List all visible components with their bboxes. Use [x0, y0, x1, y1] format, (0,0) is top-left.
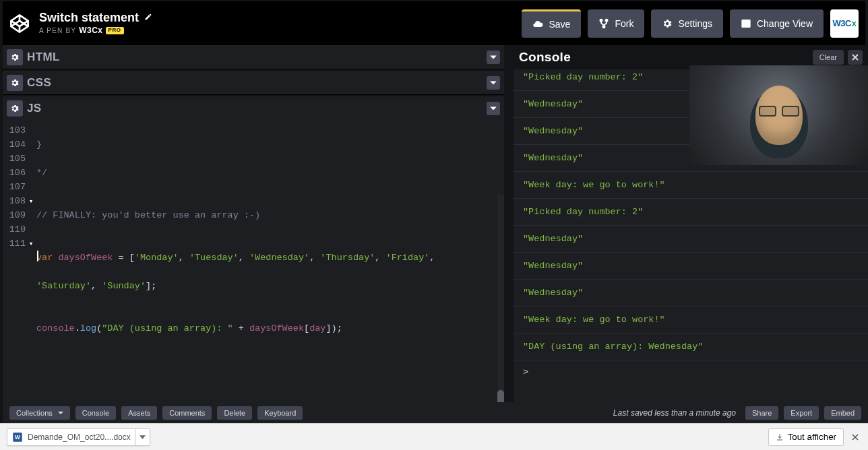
close-icon — [852, 434, 859, 441]
export-button[interactable]: Export — [784, 406, 819, 420]
toggle-console-button[interactable]: Console — [75, 406, 116, 420]
console-line: "Picked day number: 2" — [514, 199, 868, 226]
change-view-button[interactable]: Change View — [730, 9, 824, 38]
console-input[interactable] — [514, 360, 868, 384]
console-line: "Wednesday" — [514, 280, 868, 307]
svg-marker-11 — [490, 81, 497, 84]
webcam-overlay — [689, 65, 868, 165]
css-pane: CSS — [3, 71, 504, 95]
editor-column: HTML CSS JS — [3, 45, 504, 402]
editor-scrollbar[interactable] — [497, 195, 504, 402]
js-pane-title: JS — [27, 102, 42, 115]
js-pane: JS 103 104 105 106 107 108 109 110 111 ▾… — [3, 96, 504, 402]
browser-download-bar: W Demande_OM_oct20....docx Tout afficher — [0, 423, 868, 450]
close-console-button[interactable] — [848, 50, 863, 65]
cloud-icon — [532, 19, 543, 30]
css-settings-icon[interactable] — [7, 75, 23, 91]
codepen-logo-icon — [9, 13, 30, 34]
word-doc-icon: W — [11, 431, 24, 443]
fork-icon — [598, 18, 609, 29]
svg-marker-15 — [140, 435, 146, 439]
svg-text:W: W — [15, 435, 20, 441]
show-all-downloads-button[interactable]: Tout afficher — [768, 428, 844, 446]
svg-rect-6 — [742, 20, 750, 27]
close-icon — [852, 54, 859, 61]
download-filename: Demande_OM_oct20....docx — [28, 432, 131, 442]
html-settings-icon[interactable] — [7, 49, 23, 65]
fork-button[interactable]: Fork — [588, 9, 644, 38]
code-content: } */ // FINALLY: you'd better use an arr… — [31, 123, 504, 402]
js-collapse-icon[interactable] — [487, 102, 500, 115]
pen-author: A PEN BY W3Cx PRO — [39, 26, 152, 35]
layout-icon — [741, 18, 751, 29]
download-icon — [776, 433, 784, 441]
save-status: Last saved less than a minute ago — [613, 408, 736, 418]
console-line: "Week day: we go to work!" — [514, 172, 868, 199]
console-line: "Wednesday" — [514, 226, 868, 253]
share-button[interactable]: Share — [745, 406, 778, 420]
console-title: Console — [519, 50, 571, 65]
console-line: "Wednesday" — [514, 253, 868, 280]
pro-badge: PRO — [106, 27, 124, 34]
settings-button[interactable]: Settings — [651, 9, 723, 38]
js-editor[interactable]: 103 104 105 106 107 108 109 110 111 ▾ ▾ … — [3, 121, 504, 402]
css-pane-title: CSS — [27, 76, 51, 90]
user-avatar[interactable]: W3Cx — [830, 9, 859, 38]
svg-point-3 — [600, 19, 602, 21]
download-chip[interactable]: W Demande_OM_oct20....docx — [7, 428, 150, 446]
svg-point-5 — [603, 26, 605, 28]
fold-marker-icon[interactable]: ▾ — [28, 195, 34, 209]
js-settings-icon[interactable] — [7, 100, 23, 117]
console-column: Console Clear "Picked day number: 2""Wed… — [514, 45, 868, 402]
console-line: "Week day: we go to work!" — [514, 307, 868, 333]
html-pane: HTML — [3, 45, 504, 69]
html-collapse-icon[interactable] — [487, 51, 500, 64]
app-header: Switch statement A PEN BY W3Cx PRO Save … — [3, 1, 865, 45]
svg-point-4 — [606, 19, 608, 21]
download-menu-icon[interactable] — [135, 429, 146, 445]
fold-marker-icon[interactable]: ▾ — [28, 237, 34, 251]
assets-button[interactable]: Assets — [121, 406, 157, 420]
svg-marker-10 — [490, 55, 497, 59]
embed-button[interactable]: Embed — [824, 406, 861, 420]
console-line: "DAY (using an array): Wednesday" — [514, 333, 868, 360]
clear-console-button[interactable]: Clear — [813, 50, 844, 65]
author-name[interactable]: W3Cx — [79, 26, 102, 35]
css-collapse-icon[interactable] — [487, 76, 500, 90]
close-download-bar-button[interactable] — [849, 431, 861, 443]
line-gutter: 103 104 105 106 107 108 109 110 111 — [3, 123, 31, 402]
collections-button[interactable]: Collections — [9, 406, 70, 420]
pen-title: Switch statement — [39, 11, 139, 25]
delete-button[interactable]: Delete — [217, 406, 252, 420]
svg-marker-12 — [490, 107, 497, 110]
app-footer: Collections Console Assets Comments Dele… — [3, 402, 868, 423]
keyboard-button[interactable]: Keyboard — [257, 406, 303, 420]
html-pane-title: HTML — [27, 51, 60, 64]
edit-title-icon[interactable] — [144, 13, 152, 23]
comments-button[interactable]: Comments — [162, 406, 212, 420]
gear-icon — [662, 18, 673, 29]
save-button[interactable]: Save — [522, 9, 581, 38]
text-cursor — [37, 251, 38, 261]
workspace: HTML CSS JS — [3, 45, 868, 402]
